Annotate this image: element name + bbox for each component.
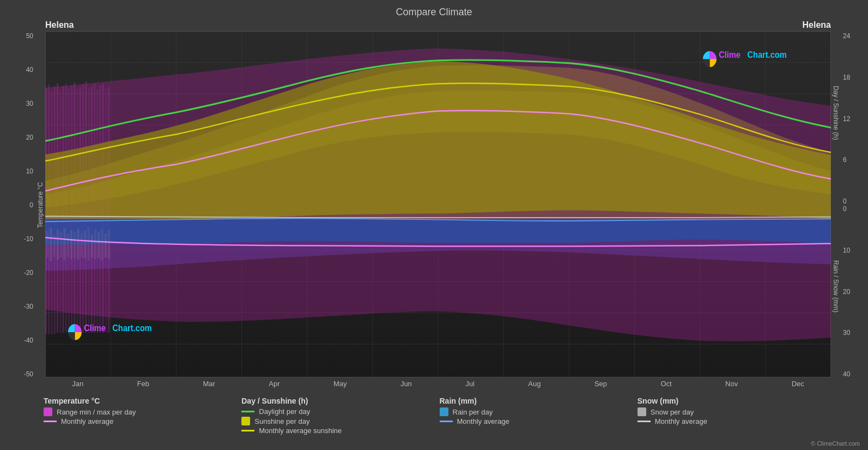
svg-text:Clime: Clime: [719, 50, 740, 59]
y-axis-right-top-label: Day / Sunshine (h): [832, 86, 840, 140]
legend-title-temperature: Temperature °C: [44, 397, 230, 405]
y-tick-right-20: 20: [843, 288, 863, 296]
svg-rect-53: [57, 230, 59, 260]
legend-item-temp-avg: Monthly average: [44, 417, 230, 425]
legend-swatch-temp-range: [44, 407, 52, 416]
y-axis-right-bottom-label: Rain / Snow (mm): [832, 260, 840, 313]
svg-rect-51: [50, 227, 52, 261]
y-tick-right-40: 40: [843, 370, 863, 378]
y-axis-left-label: Temperature °C: [37, 182, 44, 228]
legend-swatch-temp-avg: [44, 421, 57, 422]
x-tick-nov: Nov: [725, 380, 738, 388]
legend-label-daylight: Daylight per day: [259, 407, 310, 416]
y-tick-right-24: 24: [843, 32, 863, 40]
y-tick-50: 50: [5, 32, 33, 40]
legend-label-rain-avg: Monthly average: [457, 417, 509, 425]
x-axis-labels: Jan Feb Mar Apr May Jun Jul Aug Sep Oct …: [45, 377, 831, 390]
chart-area: 50 40 30 20 10 0 -10 -20 -30 -40 -50 Tem…: [5, 20, 863, 390]
copyright: © ClimeChart.com: [0, 440, 868, 450]
chart-main: Helena Helena: [45, 20, 831, 390]
legend-label-rain: Rain per day: [453, 408, 493, 416]
location-label-right: Helena: [803, 20, 831, 30]
y-tick-right-12: 12: [843, 115, 863, 123]
svg-rect-64: [94, 230, 96, 259]
x-tick-jun: Jun: [400, 380, 412, 388]
svg-rect-68: [108, 230, 110, 259]
y-tick-right-0b: 0: [843, 205, 863, 213]
y-tick-n40: -40: [5, 337, 33, 344]
legend-col-snow: Snow (mm) Snow per day Monthly average: [638, 397, 824, 436]
svg-rect-60: [81, 233, 83, 257]
location-label-left: Helena: [45, 20, 74, 30]
x-tick-feb: Feb: [137, 380, 149, 388]
x-tick-mar: Mar: [203, 380, 215, 388]
y-tick-n50: -50: [5, 370, 33, 378]
legend-label-temp-range: Range min / max per day: [57, 408, 136, 416]
legend-swatch-snow: [638, 407, 646, 416]
svg-rect-56: [67, 233, 69, 257]
x-tick-dec: Dec: [792, 380, 804, 388]
svg-rect-55: [63, 228, 65, 260]
legend-title-snow: Snow (mm): [638, 397, 824, 405]
legend-item-rain: Rain per day: [440, 407, 627, 416]
x-tick-apr: Apr: [269, 380, 280, 388]
svg-text:Clime: Clime: [84, 322, 106, 332]
legend-label-snow-avg: Monthly average: [655, 417, 707, 425]
y-tick-10: 10: [5, 167, 33, 175]
svg-rect-63: [91, 234, 93, 257]
x-tick-sep: Sep: [594, 380, 607, 388]
svg-rect-61: [84, 231, 86, 258]
legend-title-rain: Rain (mm): [440, 397, 627, 405]
chart-svg: Clime Chart.com Clime Chart.com: [45, 31, 831, 377]
legend-label-sunshine-avg: Monthly average sunshine: [259, 427, 342, 435]
y-tick-40: 40: [5, 66, 33, 74]
legend-item-snow: Snow per day: [638, 407, 824, 416]
y-axis-right: 24 18 12 6 0 0 10 20 30 40: [841, 20, 863, 390]
x-tick-oct: Oct: [660, 380, 671, 388]
location-labels: Helena Helena: [45, 20, 831, 31]
legend-label-snow: Snow per day: [651, 408, 694, 416]
y-tick-20: 20: [5, 134, 33, 141]
y-tick-n10: -10: [5, 235, 33, 243]
legend-label-sunshine: Sunshine per day: [254, 417, 309, 425]
chart-title: Compare Climate: [0, 0, 868, 20]
svg-rect-54: [60, 232, 62, 257]
y-tick-right-10: 10: [843, 247, 863, 254]
legend-item-rain-avg: Monthly average: [440, 417, 627, 425]
svg-rect-66: [101, 229, 103, 260]
legend-swatch-rain-avg: [440, 421, 453, 422]
legend-title-sunshine: Day / Sunshine (h): [241, 397, 428, 405]
x-tick-jul: Jul: [465, 380, 475, 388]
legend-col-sunshine: Day / Sunshine (h) Daylight per day Suns…: [241, 397, 428, 436]
svg-rect-59: [77, 229, 80, 260]
page-wrapper: Compare Climate 50 40 30 20 10 0 -10 -20…: [0, 0, 868, 450]
legend-swatch-sunshine: [241, 417, 250, 425]
svg-rect-65: [98, 232, 100, 259]
svg-text:Chart.com: Chart.com: [747, 50, 786, 59]
y-tick-0: 0: [5, 201, 33, 209]
legend-item-temp-range: Range min / max per day: [44, 407, 230, 416]
x-tick-jan: Jan: [72, 380, 83, 388]
svg-rect-62: [87, 227, 89, 261]
y-tick-n20: -20: [5, 269, 33, 277]
legend-label-temp-avg: Monthly average: [61, 417, 113, 425]
y-tick-right-18: 18: [843, 74, 863, 81]
y-axis-right-label-container: Day / Sunshine (h) Rain / Snow (mm): [831, 20, 841, 390]
y-tick-right-30: 30: [843, 329, 863, 337]
svg-rect-58: [74, 232, 76, 259]
legend-swatch-sunshine-avg: [241, 430, 254, 431]
y-tick-n30: -30: [5, 303, 33, 310]
legend-item-snow-avg: Monthly average: [638, 417, 824, 425]
y-axis-left: 50 40 30 20 10 0 -10 -20 -30 -40 -50: [5, 20, 35, 390]
legend-swatch-rain: [440, 407, 448, 416]
y-axis-left-label-container: Temperature °C: [35, 20, 45, 390]
x-tick-may: May: [333, 380, 347, 388]
svg-rect-50: [46, 231, 48, 257]
svg-rect-67: [105, 233, 107, 257]
y-tick-30: 30: [5, 100, 33, 107]
legend-swatch-snow-avg: [638, 421, 651, 422]
legend-col-temperature: Temperature °C Range min / max per day M…: [44, 397, 230, 436]
svg-rect-57: [70, 230, 72, 259]
svg-text:Chart.com: Chart.com: [112, 322, 151, 332]
y-tick-right-6: 6: [843, 156, 863, 164]
